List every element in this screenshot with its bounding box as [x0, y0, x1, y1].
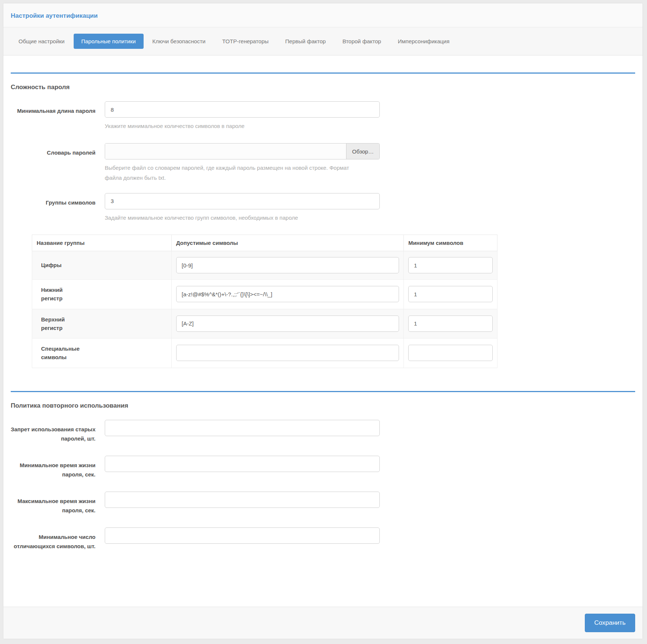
dictionary-file-input[interactable] [105, 144, 346, 159]
min-length-row: Минимальная длина пароля [11, 101, 635, 118]
section-divider [11, 73, 635, 74]
tab-impersonation[interactable]: Имперсонификация [390, 34, 457, 49]
group-name-special: Специальные символы [41, 344, 83, 362]
dictionary-zone: Обзор… [105, 143, 380, 159]
uppercase-chars-input[interactable] [176, 316, 399, 332]
old-passwords-row: Запрет использования старых паролей, шт. [11, 420, 635, 444]
char-groups-zone [105, 193, 380, 209]
section-divider [11, 391, 635, 392]
min-length-input[interactable] [105, 101, 380, 118]
char-groups-table: Название группы Допустимые символы Миним… [32, 235, 497, 368]
page: Настройки аутентификации Общие настройки… [0, 3, 647, 644]
special-chars-input[interactable] [176, 345, 399, 361]
min-lifetime-row: Минимальное время жизни пароля, сек. [11, 456, 635, 479]
dictionary-help: Выберите файл со словарем паролей, где к… [105, 163, 368, 183]
dictionary-row: Словарь паролей Обзор… [11, 143, 635, 159]
save-button[interactable]: Сохранить [585, 614, 635, 632]
min-lifetime-label: Минимальное время жизни пароля, сек. [11, 456, 95, 479]
max-lifetime-label: Максимальное время жизни пароля, сек. [11, 492, 95, 515]
table-row-lowercase: Нижний регистр [32, 280, 497, 309]
table-header-row: Название группы Допустимые символы Миним… [32, 235, 497, 251]
card-header: Настройки аутентификации [3, 3, 643, 27]
old-passwords-label: Запрет использования старых паролей, шт. [11, 420, 95, 444]
min-diff-chars-row: Минимальное число отличающихся символов,… [11, 527, 635, 551]
min-length-zone [105, 101, 380, 118]
digits-chars-input[interactable] [176, 257, 399, 273]
table-row-special: Специальные символы [32, 338, 497, 368]
group-name-lowercase: Нижний регистр [41, 286, 83, 303]
min-length-help: Укажите минимальное количество символов … [105, 121, 368, 131]
tab-general-settings[interactable]: Общие настройки [11, 34, 73, 49]
digits-min-input[interactable] [408, 257, 493, 273]
char-groups-row: Группы символов [11, 193, 635, 209]
table-row-digits: Цифры [32, 251, 497, 280]
char-groups-label: Группы символов [11, 193, 95, 209]
col-header-allowed-chars: Допустимые символы [171, 235, 403, 251]
dictionary-file-group: Обзор… [105, 143, 380, 159]
min-diff-chars-input[interactable] [105, 527, 380, 544]
browse-button[interactable]: Обзор… [346, 144, 379, 159]
lowercase-min-input[interactable] [408, 286, 493, 302]
group-name-digits: Цифры [41, 261, 61, 269]
min-lifetime-input[interactable] [105, 456, 380, 472]
tab-password-policies[interactable]: Парольные политики [74, 34, 144, 49]
table-row-uppercase: Верхний регистр [32, 309, 497, 338]
dictionary-label: Словарь паролей [11, 143, 95, 159]
col-header-group-name: Название группы [32, 235, 172, 251]
old-passwords-input[interactable] [105, 420, 380, 436]
char-groups-input[interactable] [105, 193, 380, 209]
reuse-section-heading: Политика повторного использования [11, 402, 635, 409]
tab-totp-generators[interactable]: TOTP-генераторы [214, 34, 276, 49]
card-footer: Сохранить [3, 607, 643, 639]
max-lifetime-input[interactable] [105, 492, 380, 508]
page-title: Настройки аутентификации [11, 12, 635, 20]
tab-first-factor[interactable]: Первый фактор [278, 34, 334, 49]
tab-bar: Общие настройки Парольные политики Ключи… [3, 27, 643, 55]
char-groups-help: Задайте минимальное количество групп сим… [105, 213, 368, 223]
min-diff-chars-label: Минимальное число отличающихся символов,… [11, 527, 95, 551]
lowercase-chars-input[interactable] [176, 286, 399, 302]
max-lifetime-row: Максимальное время жизни пароля, сек. [11, 492, 635, 515]
uppercase-min-input[interactable] [408, 316, 493, 332]
group-name-uppercase: Верхний регистр [41, 315, 83, 333]
tab-second-factor[interactable]: Второй фактор [335, 34, 389, 49]
tab-content: Сложность пароля Минимальная длина парол… [3, 73, 643, 607]
tab-security-keys[interactable]: Ключи безопасности [145, 34, 214, 49]
min-length-label: Минимальная длина пароля [11, 101, 95, 118]
col-header-min-chars: Минимум символов [404, 235, 497, 251]
complexity-section-heading: Сложность пароля [11, 84, 635, 91]
auth-settings-card: Настройки аутентификации Общие настройки… [3, 3, 643, 639]
special-min-input[interactable] [408, 345, 493, 361]
